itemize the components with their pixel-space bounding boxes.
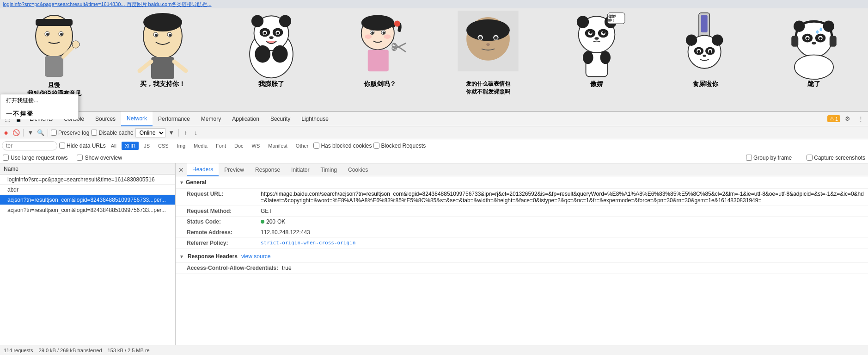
disable-cache-checkbox[interactable] (91, 130, 97, 136)
detail-tab-headers[interactable]: Headers (187, 163, 219, 176)
blocked-requests-checkbox[interactable] (373, 143, 379, 149)
warning-badge[interactable]: ⚠ 1 (827, 115, 840, 122)
more-btn[interactable]: ⋮ (855, 113, 866, 125)
filter-js-btn[interactable]: JS (141, 142, 153, 150)
svg-point-81 (703, 55, 706, 57)
remote-address-row: Remote Address: 112.80.248.122:443 (176, 227, 868, 238)
upload-btn[interactable]: ↑ (182, 129, 190, 137)
svg-point-15 (169, 34, 171, 37)
request-item-4[interactable]: acjson?tn=resultjson_com&logid=824384885… (0, 205, 175, 215)
filter-media-btn[interactable]: Media (190, 142, 211, 150)
filter-css-btn[interactable]: CSS (155, 142, 172, 150)
svg-point-93 (812, 42, 816, 45)
tab-application[interactable]: Application (226, 112, 265, 126)
tab-performance[interactable]: Performance (153, 112, 196, 126)
meme-figure-8 (782, 11, 846, 80)
filter-other-btn[interactable]: Other (293, 142, 312, 150)
request-method-value: GET (261, 208, 864, 214)
filter-img-btn[interactable]: Img (174, 142, 189, 150)
network-toolbar: ● 🚫 ▼ 🔍 Preserve log Disable cache Onlin… (0, 126, 868, 139)
tab-sources[interactable]: Sources (90, 112, 121, 126)
settings-btn[interactable]: ⚙ (842, 113, 853, 125)
response-headers-arrow: ▼ (179, 254, 184, 259)
svg-text:哼！: 哼！ (608, 18, 616, 23)
svg-point-40 (384, 35, 391, 39)
detail-close-btn[interactable]: ✕ (176, 163, 187, 176)
search-btn[interactable]: 🔍 (37, 129, 45, 137)
meme-item-8: 跪了 (768, 11, 860, 117)
filter-toggle-btn[interactable]: ▼ (26, 129, 35, 137)
meme-caption-3: 我膨胀了 (258, 80, 284, 88)
use-large-rows-checkbox[interactable] (3, 155, 9, 161)
filter-input[interactable] (2, 141, 57, 150)
detail-tab-timing[interactable]: Timing (315, 163, 342, 176)
group-by-frame-label[interactable]: Group by frame (746, 155, 792, 161)
svg-rect-7 (45, 56, 63, 77)
show-overview-checkbox[interactable] (77, 155, 83, 161)
request-item-3-text: acjson?tn=resultjson_com&logid=824384885… (7, 197, 166, 203)
request-url-value[interactable]: https://image.baidu.com/search/acjson?tn… (261, 191, 864, 204)
detail-tab-cookies[interactable]: Cookies (342, 163, 373, 176)
status-code-label: Status Code: (187, 218, 261, 225)
detail-tab-response[interactable]: Response (250, 163, 286, 176)
request-item-3[interactable]: acjson?tn=resultjson_com&logid=824384885… (0, 195, 175, 205)
filter-font-btn[interactable]: Font (213, 142, 229, 150)
filter-doc-btn[interactable]: Doc (231, 142, 247, 150)
meme-item-7: 食屎啦你 (659, 11, 752, 117)
hide-data-urls-checkbox[interactable] (59, 143, 65, 149)
tab-lighthouse[interactable]: Lighthouse (296, 112, 334, 126)
response-headers-section-header[interactable]: ▼ Response Headers view source (176, 250, 868, 263)
capture-screenshots-text: Capture screenshots (814, 155, 865, 161)
has-blocked-cookies-label[interactable]: Has blocked cookies (313, 143, 372, 149)
meme-caption-7: 食屎啦你 (692, 80, 718, 88)
blocked-requests-label[interactable]: Blocked Requests (373, 143, 426, 149)
remote-address-label: Remote Address: (187, 229, 261, 236)
browser-links[interactable]: logininfo?src=pc&page=searchresult&time=… (3, 1, 212, 8)
general-section-header[interactable]: General (176, 176, 868, 189)
detail-tab-preview[interactable]: Preview (219, 163, 250, 176)
group-by-frame-checkbox[interactable] (746, 155, 752, 161)
throttle-dropdown-btn[interactable]: ▼ (167, 129, 176, 137)
svg-point-29 (269, 36, 273, 39)
svg-point-34 (394, 21, 400, 27)
context-item-2[interactable]: 一不捏登 (0, 107, 78, 119)
has-blocked-cookies-checkbox[interactable] (313, 143, 319, 149)
context-item-1[interactable]: 打开我链接... (0, 94, 78, 107)
svg-point-74 (712, 35, 723, 46)
svg-rect-84 (829, 36, 836, 46)
filter-manifest-btn[interactable]: Manifest (265, 142, 291, 150)
preserve-log-text: Preserve log (58, 130, 89, 136)
svg-rect-83 (791, 36, 798, 46)
meme-caption-8: 跪了 (807, 80, 820, 88)
tab-security[interactable]: Security (265, 112, 296, 126)
svg-point-11 (143, 13, 182, 31)
meme-item-6: 傲娇 哼！ 傲娇 (550, 11, 643, 117)
meme-caption-6: 傲娇 (590, 80, 603, 88)
meme-figure-3 (239, 11, 304, 80)
svg-point-27 (263, 32, 266, 35)
throttle-select[interactable]: Online (135, 128, 165, 137)
filter-all-btn[interactable]: All (108, 142, 120, 150)
warning-icon: ⚠ (830, 116, 834, 122)
hide-data-urls-label[interactable]: Hide data URLs (59, 143, 106, 149)
detail-content: General Request URL: https://image.baidu… (176, 176, 868, 345)
clear-btn[interactable]: 🚫 (12, 129, 20, 137)
capture-screenshots-label[interactable]: Capture screenshots (807, 155, 865, 161)
detail-tab-initiator[interactable]: Initiator (286, 163, 315, 176)
show-overview-label[interactable]: Show overview (77, 155, 122, 161)
download-btn[interactable]: ↓ (192, 129, 200, 137)
view-source-link[interactable]: view source (241, 253, 270, 260)
request-item-1[interactable]: logininfo?src=pc&page=searchresult&time=… (0, 174, 175, 185)
disable-cache-label[interactable]: Disable cache (91, 130, 133, 136)
has-blocked-cookies-text: Has blocked cookies (321, 143, 372, 149)
use-large-rows-label[interactable]: Use large request rows (3, 155, 67, 161)
preserve-log-checkbox[interactable] (51, 130, 57, 136)
tab-network[interactable]: Network (121, 112, 153, 126)
capture-screenshots-checkbox[interactable] (807, 155, 813, 161)
preserve-log-label[interactable]: Preserve log (51, 130, 89, 136)
record-btn[interactable]: ● (2, 129, 10, 137)
filter-ws-btn[interactable]: WS (249, 142, 263, 150)
request-item-2[interactable]: abdr (0, 185, 175, 195)
filter-xhr-btn[interactable]: XHR (122, 142, 139, 150)
tab-memory[interactable]: Memory (196, 112, 226, 126)
